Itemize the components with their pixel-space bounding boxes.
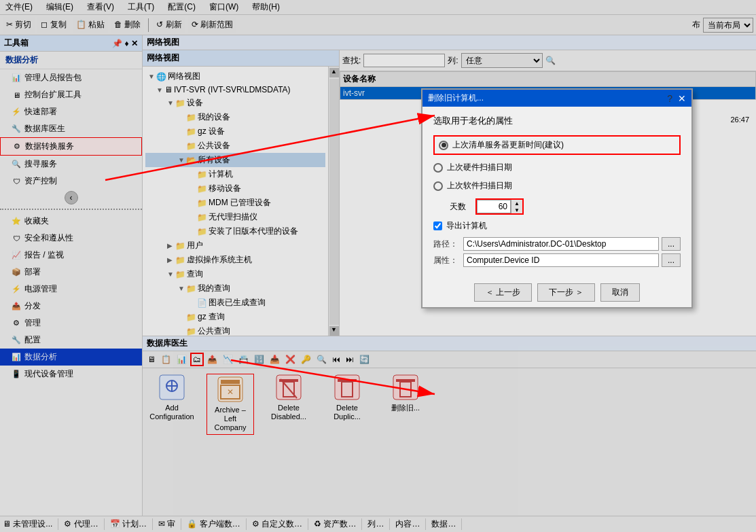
path-browse-btn[interactable]: ... <box>662 237 681 251</box>
days-input[interactable] <box>477 200 511 213</box>
days-spinner: ▲ ▼ <box>511 200 522 213</box>
dialog-titlebar: 删除旧计算机... ? ✕ <box>422 90 691 107</box>
option-last-sw-scan[interactable]: 上次软件扫描日期 <box>433 180 681 192</box>
days-label: 天数 <box>450 201 470 213</box>
path-label: 路径： <box>433 238 461 250</box>
attr-input[interactable] <box>463 253 659 267</box>
option-last-sync-label: 上次清单服务器更新时间(建议) <box>452 139 564 151</box>
dialog-footer: ＜ 上一步 下一步 ＞ 取消 <box>422 278 691 307</box>
dialog-overlay: 删除旧计算机... ? ✕ 选取用于老化的属性 上次清单服务器更新时间(建议) … <box>0 0 756 532</box>
option-last-hw-scan[interactable]: 上次硬件扫描日期 <box>433 162 681 173</box>
prev-button[interactable]: ＜ 上一步 <box>474 283 532 302</box>
days-decrement-btn[interactable]: ▼ <box>511 207 522 213</box>
next-button[interactable]: 下一步 ＞ <box>537 283 595 302</box>
option-last-sync[interactable]: 上次清单服务器更新时间(建议) <box>433 135 681 155</box>
dialog-subtitle: 选取用于老化的属性 <box>433 115 681 127</box>
dialog-body: 选取用于老化的属性 上次清单服务器更新时间(建议) 上次硬件扫描日期 上次软件扫… <box>422 107 691 278</box>
days-input-wrapper: ▲ ▼ <box>475 198 524 215</box>
cancel-button[interactable]: 取消 <box>600 283 640 302</box>
path-row: 路径： ... <box>433 237 681 251</box>
path-input[interactable] <box>463 237 659 251</box>
attr-row: 属性： ... <box>433 253 681 267</box>
export-checkbox-row[interactable]: 导出计算机 <box>433 220 681 232</box>
radio-last-sw-scan[interactable] <box>433 181 443 191</box>
days-row: 天数 ▲ ▼ <box>450 198 681 215</box>
dialog-title-text: 删除旧计算机... <box>428 92 484 104</box>
option-last-hw-scan-label: 上次硬件扫描日期 <box>447 162 512 173</box>
radio-last-sync[interactable] <box>439 141 448 150</box>
days-increment-btn[interactable]: ▲ <box>511 200 522 207</box>
radio-last-hw-scan[interactable] <box>433 163 443 173</box>
attr-label: 属性： <box>433 255 461 266</box>
dialog: 删除旧计算机... ? ✕ 选取用于老化的属性 上次清单服务器更新时间(建议) … <box>421 88 693 308</box>
dialog-close-button[interactable]: ✕ <box>678 93 686 104</box>
attr-browse-btn[interactable]: ... <box>662 253 681 267</box>
dialog-question-mark[interactable]: ? <box>667 93 672 104</box>
export-checkbox[interactable] <box>433 221 442 230</box>
option-last-sw-scan-label: 上次软件扫描日期 <box>447 180 512 192</box>
export-checkbox-label: 导出计算机 <box>446 220 487 232</box>
